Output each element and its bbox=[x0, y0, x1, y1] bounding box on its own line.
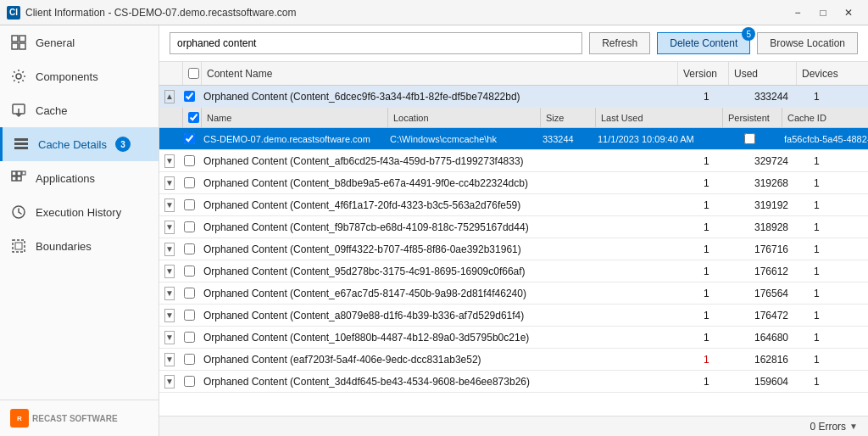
browse-location-button[interactable]: Browse Location bbox=[757, 32, 858, 54]
check-cell bbox=[180, 376, 198, 387]
sidebar-item-general[interactable]: General bbox=[0, 25, 159, 59]
delete-content-button[interactable]: Delete Content bbox=[657, 32, 750, 54]
expand-button[interactable]: ▼ bbox=[164, 243, 175, 256]
row-size: 318928 bbox=[749, 221, 809, 233]
row-checkbox[interactable] bbox=[184, 310, 195, 321]
sidebar-item-label: Applications bbox=[36, 172, 95, 185]
recast-icon: R bbox=[10, 409, 29, 428]
row-checkbox[interactable] bbox=[184, 266, 195, 277]
list-icon bbox=[13, 136, 30, 153]
sidebar-item-cache-details[interactable]: Cache Details 3 bbox=[0, 127, 159, 161]
expand-button[interactable]: ▼ bbox=[164, 287, 175, 300]
expand-button[interactable]: ▲ bbox=[164, 90, 175, 103]
app-body: General Components Cache Cache Details 3 bbox=[0, 25, 868, 436]
grid-icon bbox=[10, 34, 27, 51]
refresh-button[interactable]: Refresh bbox=[589, 32, 650, 54]
row-checkbox[interactable] bbox=[184, 91, 195, 102]
sidebar-item-boundaries[interactable]: Boundaries bbox=[0, 229, 159, 263]
app-icon: CI bbox=[7, 6, 20, 20]
sub-table-row[interactable]: CS-DEMO-07.demo.recastsoftware.com C:\Wi… bbox=[159, 128, 868, 150]
row-checkbox[interactable] bbox=[184, 177, 195, 188]
row-checkbox[interactable] bbox=[184, 354, 195, 365]
row-devices: 1 bbox=[809, 155, 868, 167]
row-version: 1 bbox=[698, 332, 749, 344]
sidebar-item-execution-history[interactable]: Execution History bbox=[0, 195, 159, 229]
minimize-button[interactable]: − bbox=[785, 0, 810, 25]
status-bar: 0 Errors ▼ bbox=[159, 416, 868, 436]
row-size: 329724 bbox=[749, 155, 809, 167]
row-size: 162816 bbox=[749, 354, 809, 366]
table-row: ▼ Orphaned Content (Content_b8dbe9a5-e67… bbox=[159, 172, 868, 194]
expand-button[interactable]: ▼ bbox=[164, 221, 175, 234]
row-size: 176716 bbox=[749, 243, 809, 255]
row-checkbox[interactable] bbox=[184, 243, 195, 254]
svg-rect-3 bbox=[19, 43, 25, 49]
maximize-button[interactable]: □ bbox=[810, 0, 836, 25]
expand-button[interactable]: ▼ bbox=[164, 154, 175, 168]
row-devices: 1 bbox=[809, 310, 868, 321]
sub-row-location: C:\Windows\ccmcache\hk bbox=[385, 134, 537, 144]
expand-button[interactable]: ▼ bbox=[164, 265, 175, 278]
expand-cell: ▼ bbox=[159, 375, 180, 388]
expand-cell: ▼ bbox=[159, 331, 180, 344]
recast-logo: R RECAST SOFTWARE bbox=[10, 409, 118, 428]
expand-button[interactable]: ▼ bbox=[164, 375, 175, 388]
error-count: 0 Errors bbox=[810, 421, 846, 433]
search-input[interactable] bbox=[170, 32, 582, 54]
sidebar: General Components Cache Cache Details 3 bbox=[0, 25, 159, 436]
svg-rect-2 bbox=[12, 43, 18, 49]
boundary-icon bbox=[10, 238, 27, 254]
expand-button[interactable]: ▼ bbox=[164, 309, 175, 322]
row-checkbox[interactable] bbox=[184, 221, 195, 232]
expand-button[interactable]: ▼ bbox=[164, 176, 175, 190]
sidebar-item-cache[interactable]: Cache bbox=[0, 93, 159, 127]
svg-rect-13 bbox=[17, 176, 21, 181]
sub-th-cacheid: Cache ID bbox=[782, 108, 865, 127]
table-row: ▼ Orphaned Content (Content_95d278bc-317… bbox=[159, 260, 868, 282]
header-checkbox[interactable] bbox=[188, 68, 199, 79]
expand-button[interactable]: ▼ bbox=[164, 198, 175, 212]
row-name: Orphaned Content (Content_6dcec9f6-3a34-… bbox=[198, 91, 698, 103]
row-checkbox[interactable] bbox=[184, 199, 195, 210]
row-devices: 1 bbox=[809, 376, 868, 388]
check-cell bbox=[180, 221, 198, 232]
row-version: 1 bbox=[698, 310, 749, 321]
th-size: Used bbox=[729, 62, 797, 85]
sidebar-item-applications[interactable]: Applications bbox=[0, 161, 159, 195]
table-row: ▼ Orphaned Content (Content_10ef880b-448… bbox=[159, 327, 868, 349]
check-cell bbox=[180, 243, 198, 254]
persistent-checkbox[interactable] bbox=[744, 133, 755, 144]
sidebar-item-components[interactable]: Components bbox=[0, 59, 159, 93]
expand-button[interactable]: ▼ bbox=[164, 353, 175, 366]
table-row: ▼ Orphaned Content (Content_3d4df645-be4… bbox=[159, 371, 868, 393]
row-checkbox[interactable] bbox=[184, 376, 195, 387]
sub-th-expand bbox=[163, 108, 183, 127]
row-version: 1 bbox=[698, 288, 749, 299]
sub-row-checkbox[interactable] bbox=[184, 133, 195, 144]
check-cell bbox=[180, 310, 198, 321]
row-version: 1 bbox=[698, 155, 749, 167]
svg-rect-14 bbox=[22, 171, 25, 175]
sub-row-size: 333244 bbox=[537, 134, 593, 144]
row-size: 176612 bbox=[749, 266, 809, 277]
close-button[interactable]: ✕ bbox=[836, 0, 861, 25]
expand-cell: ▼ bbox=[159, 309, 180, 322]
row-version: 1 bbox=[698, 177, 749, 189]
delete-badge: 5 bbox=[742, 27, 755, 41]
row-version: 1 bbox=[698, 221, 749, 233]
row-version: 1 bbox=[698, 266, 749, 277]
row-name: Orphaned Content (Content_3d4df645-be43-… bbox=[198, 376, 698, 388]
row-version: 1 bbox=[698, 243, 749, 255]
expand-cell: ▼ bbox=[159, 265, 180, 278]
expand-button[interactable]: ▼ bbox=[164, 331, 175, 344]
row-checkbox[interactable] bbox=[184, 332, 195, 343]
svg-rect-1 bbox=[19, 36, 25, 42]
title-bar-text: Client Information - CS-DEMO-07.demo.rec… bbox=[25, 7, 780, 19]
row-checkbox[interactable] bbox=[184, 155, 195, 166]
sub-header-checkbox[interactable] bbox=[188, 112, 199, 123]
status-chevron[interactable]: ▼ bbox=[849, 422, 858, 431]
row-name: Orphaned Content (Content_95d278bc-3175-… bbox=[198, 266, 698, 277]
check-cell bbox=[180, 332, 198, 343]
row-checkbox[interactable] bbox=[184, 288, 195, 299]
svg-rect-7 bbox=[14, 138, 28, 141]
